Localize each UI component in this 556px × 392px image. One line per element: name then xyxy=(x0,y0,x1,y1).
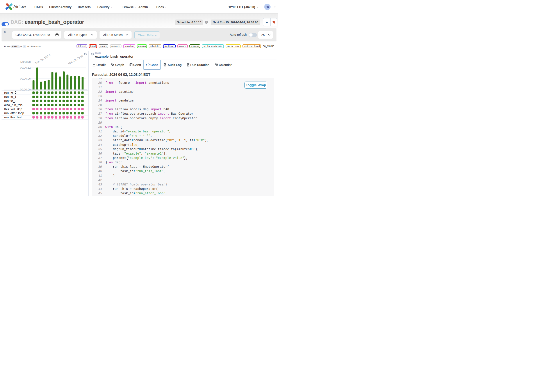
svg-text:run_after_loop: run_after_loop xyxy=(4,111,24,115)
svg-text:00:00:12: 00:00:12 xyxy=(20,66,31,69)
svg-text:Mar 19, 19:56: Mar 19, 19:56 xyxy=(35,54,51,65)
svg-text:Mar 29, 20:00: Mar 29, 20:00 xyxy=(68,54,84,65)
svg-text:runme_2: runme_2 xyxy=(4,99,16,103)
svg-text:Duration: Duration xyxy=(20,60,31,63)
svg-text:also_run_this: also_run_this xyxy=(4,103,22,107)
svg-text:run_this_last: run_this_last xyxy=(4,115,22,119)
svg-text:this_will_skip: this_will_skip xyxy=(4,108,22,111)
svg-text:00:00:06: 00:00:06 xyxy=(20,77,31,80)
svg-text:runme_1: runme_1 xyxy=(4,95,16,99)
svg-text:runme_0: runme_0 xyxy=(4,91,16,94)
